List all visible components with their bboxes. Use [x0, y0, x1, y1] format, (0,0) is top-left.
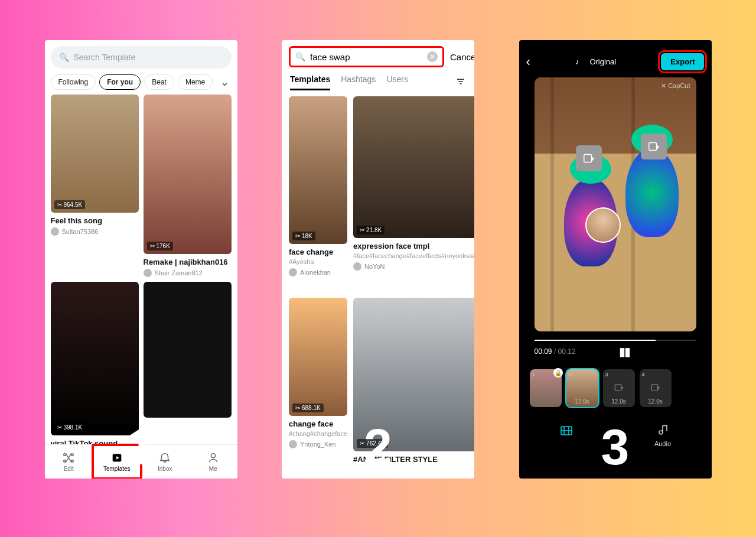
add-media-icon[interactable]: [576, 145, 602, 171]
clip-duration: 12.0s: [611, 398, 625, 405]
lock-icon: 🔒: [553, 368, 563, 377]
template-card[interactable]: 964.5K Feel this song Sultan75386: [51, 95, 139, 277]
usage-badge: 964.5K: [54, 200, 86, 209]
screen-templates-home: Search Template Following For you Beat M…: [45, 40, 237, 479]
search-icon: [295, 51, 305, 62]
tab-templates[interactable]: Templates: [290, 74, 330, 90]
template-thumb: 964.5K: [51, 95, 139, 213]
usage-count: 176K: [157, 243, 170, 249]
clear-search-icon[interactable]: ✕: [427, 51, 438, 62]
cancel-button[interactable]: Cancel: [450, 52, 474, 62]
usage-count: 964.5K: [64, 201, 83, 208]
usage-badge: 18K: [292, 232, 315, 240]
nav-edit[interactable]: Edit: [45, 445, 93, 479]
me-icon: [207, 451, 220, 464]
author-name: Alonekhan: [300, 269, 331, 276]
add-media-icon[interactable]: [641, 134, 667, 160]
filter-icon[interactable]: [455, 76, 466, 89]
author-name: Shair Zaman812: [155, 269, 203, 276]
card-hashtags: #face#facechange#faceeffects#noyonksa#fa…: [353, 252, 474, 260]
avatar: [51, 227, 59, 236]
chip-following[interactable]: Following: [51, 74, 96, 90]
avatar: [289, 268, 297, 276]
scissor-icon: [360, 227, 364, 233]
svg-rect-4: [651, 385, 658, 391]
clip-index: 4: [642, 372, 645, 377]
chip-beat[interactable]: Beat: [144, 74, 174, 90]
template-card[interactable]: 398.1K viral TikTok sound: [51, 282, 139, 444]
card-author: NoYoN: [353, 262, 474, 271]
nav-label: Inbox: [158, 466, 172, 472]
usage-count: 688.1K: [302, 405, 321, 411]
card-title: expression face tmpl: [353, 242, 474, 250]
scissor-icon: [57, 201, 62, 208]
export-button[interactable]: Export: [661, 53, 704, 70]
tab-video[interactable]: [559, 424, 573, 447]
search-input[interactable]: [310, 52, 422, 62]
clip-index: 2: [569, 372, 572, 377]
audio-icon: [656, 424, 670, 438]
video-icon: [559, 424, 573, 438]
scissor-icon: [57, 424, 62, 431]
screen-search-results: ✕ Cancel Templates Hashtags Users 18K fa…: [282, 40, 474, 479]
nav-label: Me: [209, 466, 217, 472]
step-number: 1: [127, 418, 155, 476]
card-title: Remake | najibkhan016: [144, 258, 232, 266]
card-author: Alonekhan: [289, 268, 347, 276]
original-label: Original: [589, 57, 616, 66]
time-current: 00:09: [535, 347, 552, 356]
music-icon[interactable]: ♪: [575, 57, 579, 66]
video-preview[interactable]: ✕ CapCut: [535, 77, 696, 331]
card-hashtags: #chang#changeface: [289, 429, 347, 438]
card-author: Shair Zaman812: [144, 269, 232, 277]
tab-label: Audio: [654, 440, 671, 447]
template-card[interactable]: 688.1K change face #chang#changeface Ynt…: [289, 298, 347, 479]
card-author: Sultan75386: [51, 227, 139, 236]
chip-meme[interactable]: Meme: [178, 74, 213, 90]
nav-label: Edit: [64, 466, 74, 472]
time-total: 00:12: [558, 347, 576, 356]
avatar: [353, 262, 361, 271]
template-card[interactable]: 176K Remake | najibkhan016 Shair Zaman81…: [144, 95, 232, 277]
tab-users[interactable]: Users: [386, 74, 408, 90]
screen-editor-export: ‹ ♪ Original Export ✕ CapCut 00:09 / 00:…: [519, 40, 712, 479]
templates-icon: [110, 451, 123, 464]
header-center: ♪ Original: [575, 57, 616, 66]
template-card[interactable]: 21.8K expression face tmpl #face#facecha…: [353, 96, 474, 292]
clip-thumb[interactable]: 3 12.0s: [603, 369, 635, 407]
card-title: change face: [289, 419, 347, 428]
chip-for-you[interactable]: For you: [99, 74, 141, 90]
template-card[interactable]: [144, 282, 232, 444]
author-name: Yntong_Ken: [300, 441, 336, 448]
progress-bar[interactable]: [535, 340, 696, 341]
inbox-icon: [158, 451, 171, 464]
step-number: 3: [601, 418, 630, 476]
card-author: Yntong_Ken: [289, 440, 347, 448]
step-number: 2: [364, 418, 392, 476]
tab-hashtags[interactable]: Hashtags: [341, 74, 376, 90]
clip-thumb[interactable]: 4 12.0s: [640, 369, 672, 407]
tab-chips-row: Following For you Beat Meme: [45, 74, 237, 95]
tab-audio[interactable]: Audio: [654, 424, 671, 447]
chips-more-icon[interactable]: [220, 76, 232, 89]
clip-thumb[interactable]: 1 🔒: [530, 369, 562, 407]
clip-duration: 12.0s: [648, 398, 662, 405]
author-name: NoYoN: [364, 263, 384, 270]
template-thumb: 21.8K: [353, 96, 474, 238]
nav-me[interactable]: Me: [189, 445, 237, 479]
add-clip-icon: [614, 382, 624, 393]
clip-index: 3: [605, 372, 608, 377]
usage-badge: 398.1K: [54, 423, 86, 432]
search-placeholder: Search Template: [74, 53, 136, 62]
svg-rect-1: [584, 155, 591, 162]
template-thumb: 176K: [144, 95, 232, 254]
template-thumb: [144, 282, 232, 418]
pause-icon[interactable]: ▮▮: [619, 344, 630, 359]
template-thumb: 688.1K: [289, 298, 347, 416]
clip-thumb[interactable]: 2 12.0s: [566, 369, 598, 407]
back-icon[interactable]: ‹: [526, 54, 530, 70]
card-title: face change: [289, 248, 347, 256]
search-input-wrapper[interactable]: ✕: [289, 46, 444, 67]
template-card[interactable]: 18K face change #Ayesha Alonekhan: [289, 96, 347, 292]
search-template-bar[interactable]: Search Template: [51, 46, 232, 69]
